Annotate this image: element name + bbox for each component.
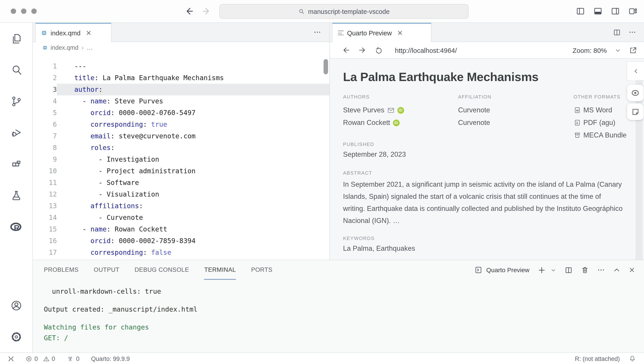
- preview-tab-strip: Quarto Preview ✕: [330, 23, 644, 42]
- keywords-label: KEYWORDS: [343, 235, 644, 241]
- kill-terminal-trash-icon[interactable]: [581, 266, 589, 274]
- affiliation-row: Curvenote: [458, 116, 574, 129]
- close-panel-icon[interactable]: [628, 267, 636, 274]
- remote-indicator-icon[interactable]: [7, 355, 15, 362]
- split-editor-icon[interactable]: [613, 28, 621, 37]
- panel-tab-problems[interactable]: PROBLEMS: [44, 260, 78, 280]
- author-row: Rowan Cockett iD: [343, 116, 458, 129]
- panel-tab-debug-console[interactable]: DEBUG CONSOLE: [134, 260, 189, 280]
- panel-tab-output[interactable]: OUTPUT: [94, 260, 120, 280]
- code-line: 10 - Project administration: [33, 165, 329, 177]
- panel-tab-terminal[interactable]: TERMINAL: [204, 260, 236, 280]
- svg-text:λ: λ: [576, 121, 578, 125]
- authors-label: AUTHORS: [343, 94, 458, 99]
- extensions-icon[interactable]: [0, 148, 32, 180]
- author-name: Steve Purves: [343, 106, 384, 114]
- bottom-panel: PROBLEMS OUTPUT DEBUG CONSOLE TERMINAL P…: [33, 260, 644, 352]
- terminal-session-chip[interactable]: Quarto Preview: [474, 266, 530, 275]
- ports-status[interactable]: 0: [67, 355, 80, 362]
- notifications-bell-icon[interactable]: [629, 355, 636, 362]
- editor-tab-strip: index.qmd ✕: [33, 23, 329, 42]
- tab-close-icon[interactable]: ✕: [86, 29, 92, 37]
- problems-status[interactable]: 0 0: [26, 355, 55, 362]
- breadcrumb[interactable]: index.qmd › …: [33, 42, 329, 53]
- pdf-icon: λ: [574, 119, 581, 126]
- collapse-panel-chevron[interactable]: [626, 61, 644, 81]
- tab-label: Quarto Preview: [347, 29, 392, 37]
- chevron-down-icon[interactable]: [614, 47, 621, 54]
- new-terminal-icon[interactable]: [538, 266, 546, 274]
- broadcast-count: 0: [76, 355, 80, 362]
- customize-layout-icon[interactable]: [628, 6, 638, 16]
- code-line: 4 - name: Steve Purves: [33, 95, 329, 107]
- toc-eye-button[interactable]: [627, 85, 644, 101]
- window-controls: [11, 9, 37, 14]
- panel-tab-ports[interactable]: PORTS: [251, 260, 272, 280]
- r-session-status[interactable]: R: (not attached): [575, 355, 620, 362]
- article-title: La Palma Earthquake Mechanisms: [343, 70, 644, 84]
- tab-close-icon[interactable]: ✕: [397, 29, 403, 37]
- traffic-light-close[interactable]: [11, 9, 16, 14]
- title-bar: manuscript-template-vscode: [0, 0, 644, 23]
- annotation-note-button[interactable]: [627, 103, 644, 120]
- editor-scrollbar[interactable]: [323, 59, 328, 74]
- breadcrumb-separator: ›: [82, 44, 84, 51]
- code-line: 15 - name: Rowan Cockett: [33, 223, 329, 235]
- back-icon[interactable]: [341, 46, 350, 55]
- status-bar: 0 0 0 Quarto: 99.9.9 R: (not attached): [0, 352, 644, 364]
- terminal-output[interactable]: unroll-markdown-cells: true Output creat…: [33, 280, 644, 344]
- traffic-light-minimize[interactable]: [21, 9, 26, 14]
- terminal-icon: [474, 266, 483, 275]
- maximize-panel-icon[interactable]: [613, 267, 620, 274]
- forward-icon[interactable]: [358, 46, 367, 55]
- command-center-search[interactable]: manuscript-template-vscode: [219, 4, 468, 19]
- r-language-icon[interactable]: R: [0, 211, 32, 242]
- more-actions-icon[interactable]: [313, 28, 321, 36]
- history-back-icon[interactable]: [184, 6, 194, 17]
- traffic-light-zoom[interactable]: [31, 9, 37, 14]
- preview-toolbar: http://localhost:4964/ Zoom: 80%: [330, 42, 644, 59]
- orcid-icon[interactable]: iD: [397, 107, 404, 114]
- run-debug-icon[interactable]: [0, 117, 32, 148]
- zoom-level[interactable]: Zoom: 80%: [572, 46, 607, 54]
- code-editor[interactable]: 1--- 2title: La Palma Earthquake Mechani…: [33, 53, 329, 260]
- split-terminal-icon[interactable]: [564, 266, 573, 274]
- orcid-icon[interactable]: iD: [393, 119, 400, 126]
- testing-icon[interactable]: [0, 180, 32, 211]
- broadcast-icon: [67, 355, 74, 362]
- terminal-dropdown-icon[interactable]: [550, 267, 556, 273]
- terminal-line: Output created: _manuscript/index.html: [44, 304, 644, 315]
- toggle-panel-icon[interactable]: [593, 6, 603, 16]
- toggle-secondary-sidebar-icon[interactable]: [610, 6, 620, 16]
- more-actions-icon[interactable]: [628, 28, 636, 36]
- code-line: 5 orcid: 0000-0002-0760-5497: [33, 107, 329, 119]
- breadcrumb-file[interactable]: index.qmd: [50, 44, 78, 51]
- explorer-icon[interactable]: [0, 23, 32, 54]
- search-sidebar-icon[interactable]: [0, 54, 32, 86]
- meca-bundle-icon: [574, 132, 581, 139]
- tab-quarto-preview[interactable]: Quarto Preview ✕: [332, 23, 431, 42]
- email-icon[interactable]: [387, 107, 394, 114]
- terminal-line: unroll-markdown-cells: true: [44, 286, 644, 297]
- published-label: PUBLISHED: [343, 142, 644, 147]
- code-line: 9 - Investigation: [33, 154, 329, 165]
- panel-more-actions-icon[interactable]: [597, 266, 605, 274]
- toggle-primary-sidebar-icon[interactable]: [576, 6, 585, 16]
- account-icon[interactable]: [0, 290, 32, 321]
- source-control-icon[interactable]: [0, 86, 32, 117]
- svg-text:w: w: [576, 109, 579, 112]
- code-line: 13 affiliations:: [33, 200, 329, 212]
- search-icon: [298, 8, 305, 15]
- author-name: Rowan Cockett: [343, 119, 390, 127]
- code-line: 17 corresponding: false: [33, 247, 329, 258]
- tab-index-qmd[interactable]: index.qmd ✕: [35, 23, 112, 42]
- quarto-version[interactable]: Quarto: 99.9.9: [91, 355, 130, 362]
- breadcrumb-more[interactable]: …: [87, 44, 93, 51]
- workspace-title: manuscript-template-vscode: [308, 8, 390, 15]
- format-link[interactable]: MECA Bundle: [574, 129, 644, 142]
- preview-url[interactable]: http://localhost:4964/: [395, 46, 457, 54]
- settings-gear-icon[interactable]: [0, 321, 32, 352]
- reload-icon[interactable]: [374, 46, 383, 54]
- history-forward-icon[interactable]: [202, 6, 212, 17]
- open-external-icon[interactable]: [629, 46, 637, 54]
